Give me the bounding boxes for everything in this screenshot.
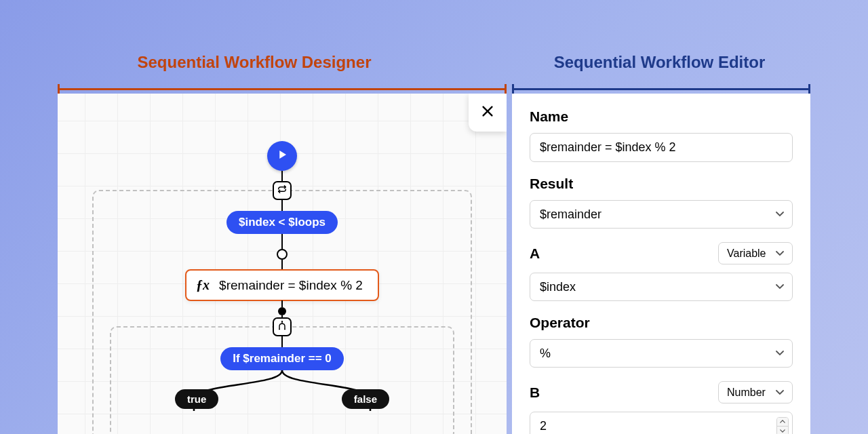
step-up-button[interactable] <box>777 418 788 427</box>
loop-icon <box>277 184 288 197</box>
connector <box>281 336 283 347</box>
a-type-select[interactable]: Variable <box>718 242 793 264</box>
editor-divider <box>512 84 810 94</box>
designer-canvas[interactable]: $index < $loops ƒx $remainder = $index %… <box>58 94 507 434</box>
expression-label: $remainder = $index % 2 <box>219 278 363 293</box>
number-stepper[interactable] <box>776 417 789 435</box>
b-value-input[interactable] <box>530 412 793 434</box>
join-open <box>277 249 288 260</box>
a-label: A <box>530 245 540 262</box>
fx-icon: ƒx <box>196 277 210 293</box>
result-label: Result <box>530 176 793 192</box>
branch-split: true false <box>153 370 411 411</box>
branch-true-pill[interactable]: true <box>175 389 218 409</box>
editor-panel: Name Result $remainder A Variable $index <box>512 94 810 434</box>
editor-title: Sequential Workflow Editor <box>509 53 868 72</box>
close-icon <box>480 104 495 121</box>
designer-title: Sequential Workflow Designer <box>0 53 509 72</box>
step-down-button[interactable] <box>777 427 788 434</box>
b-type-select[interactable]: Number <box>718 381 793 403</box>
expression-step-selected[interactable]: ƒx $remainder = $index % 2 <box>185 269 379 301</box>
designer-divider <box>58 84 507 94</box>
join-fill <box>278 307 286 315</box>
branch-false-pill[interactable]: false <box>342 389 389 409</box>
a-value-select[interactable]: $index <box>530 273 793 301</box>
branch-icon-node[interactable] <box>273 317 292 336</box>
loop-condition-pill[interactable]: $index < $loops <box>226 211 338 234</box>
name-input[interactable] <box>530 133 793 162</box>
connector <box>281 300 283 307</box>
if-condition-pill[interactable]: If $remainder == 0 <box>220 347 344 370</box>
if-container[interactable]: If $remainder == 0 true false <box>110 326 454 434</box>
connector <box>281 200 283 211</box>
b-label: B <box>530 384 540 401</box>
connector <box>281 260 283 269</box>
close-panel-button[interactable] <box>469 94 507 132</box>
loop-icon-node[interactable] <box>273 181 292 200</box>
result-select[interactable]: $remainder <box>530 200 793 229</box>
loop-container[interactable]: $index < $loops ƒx $remainder = $index %… <box>92 190 472 434</box>
start-node[interactable] <box>267 141 297 171</box>
connector <box>281 234 283 249</box>
svg-point-1 <box>279 328 280 330</box>
branch-icon <box>277 320 288 334</box>
operator-label: Operator <box>530 315 793 331</box>
name-label: Name <box>530 108 793 125</box>
svg-point-0 <box>281 321 283 322</box>
svg-point-2 <box>284 328 285 330</box>
play-icon <box>276 149 288 163</box>
operator-select[interactable]: % <box>530 339 793 368</box>
